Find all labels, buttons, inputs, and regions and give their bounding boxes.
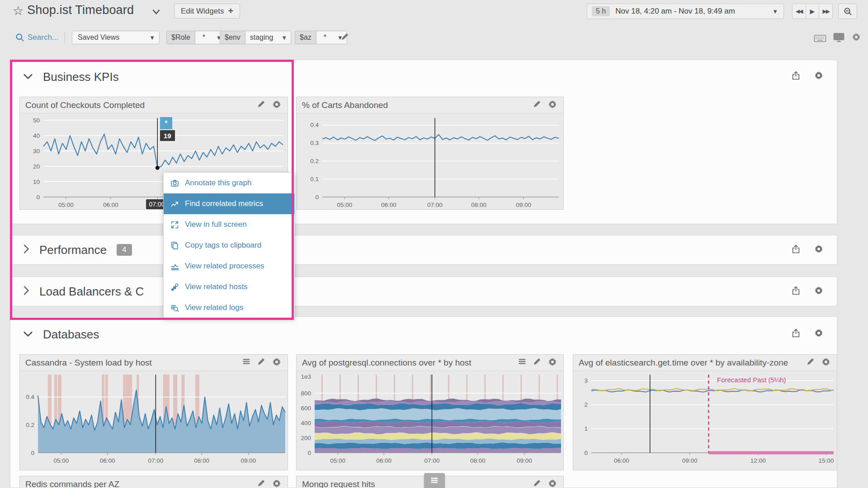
- time-play-button[interactable]: ▶: [806, 4, 820, 19]
- share-icon[interactable]: [791, 71, 801, 82]
- svg-text:07:00: 07:00: [427, 202, 443, 208]
- template-var-role[interactable]: $Role * ▼: [166, 31, 226, 44]
- tv-mode-icon[interactable]: [833, 33, 844, 44]
- gear-icon[interactable]: [272, 100, 281, 111]
- edit-template-vars-pencil-icon[interactable]: [341, 33, 349, 42]
- mongo-legend-button[interactable]: [424, 473, 445, 488]
- widget-count-badge: 4: [117, 244, 132, 256]
- time-range-selector[interactable]: 5 h Nov 18, 4:20 am - Nov 18, 9:49 am ▼: [587, 4, 784, 19]
- template-var-env-value: staging: [245, 31, 278, 44]
- edit-widgets-button[interactable]: Edit Widgets+: [174, 4, 240, 19]
- search-icon[interactable]: [15, 33, 24, 44]
- svg-text:06:00: 06:00: [376, 457, 392, 464]
- menu-item-copy-tags-to-clipboard[interactable]: Copy tags to clipboard: [164, 235, 294, 256]
- menu-item-view-related-logs[interactable]: View related logs: [164, 297, 294, 318]
- template-var-env[interactable]: $env staging ▼: [220, 31, 291, 44]
- gear-icon[interactable]: [814, 244, 823, 256]
- svg-text:08:00: 08:00: [194, 457, 209, 464]
- svg-text:0.1: 0.1: [310, 176, 319, 183]
- widget-elasticsearch: Avg of elasticsearch.get.time over * by …: [573, 354, 837, 470]
- saved-views-select[interactable]: Saved Views ▼: [72, 31, 160, 44]
- section-title: Business KPIs: [43, 70, 119, 84]
- svg-text:05:00: 05:00: [54, 457, 69, 464]
- section-performance-header[interactable]: Performance 4: [10, 235, 837, 264]
- section-actions: [791, 286, 823, 297]
- gear-icon[interactable]: [272, 479, 281, 488]
- pencil-icon[interactable]: [533, 479, 541, 488]
- svg-text:0: 0: [315, 194, 319, 201]
- collapse-chevron-down-icon[interactable]: [23, 73, 33, 81]
- gear-icon[interactable]: [814, 328, 823, 340]
- menu-item-view-in-full-screen[interactable]: View in full screen: [164, 214, 294, 235]
- gear-icon[interactable]: [548, 357, 557, 368]
- chart-cassandra[interactable]: 00.20.405:0006:0007:0008:0009:00: [20, 371, 288, 471]
- svg-text:06:00: 06:00: [614, 457, 629, 464]
- svg-text:20: 20: [33, 163, 40, 170]
- widget-postgres-header: Avg of postgresql.connections over * by …: [297, 355, 563, 371]
- gear-icon[interactable]: [272, 357, 281, 368]
- keyboard-shortcuts-icon[interactable]: [814, 34, 826, 45]
- section-title: Performance: [39, 243, 107, 257]
- svg-text:05:00: 05:00: [337, 202, 352, 208]
- section-load-balancers-header[interactable]: Load Balancers & C: [10, 277, 837, 306]
- pencil-icon[interactable]: [257, 357, 265, 368]
- search-input[interactable]: Search...: [28, 33, 58, 42]
- collapse-chevron-down-icon[interactable]: [23, 331, 33, 339]
- tooltip-series-badge: *: [160, 117, 172, 129]
- pencil-icon[interactable]: [257, 100, 265, 111]
- time-forward-button[interactable]: ▶▶: [819, 4, 832, 19]
- menu-item-find-correlated-metrics[interactable]: Find correlated metrics: [164, 193, 294, 214]
- share-icon[interactable]: [791, 286, 801, 297]
- title-chevron-down-icon[interactable]: [152, 8, 160, 16]
- settings-gear-icon[interactable]: [852, 33, 861, 43]
- svg-text:200: 200: [301, 435, 311, 441]
- chart-carts[interactable]: 00.10.20.30.405:0006:0007:0008:0009:00: [297, 113, 563, 210]
- svg-text:1e3: 1e3: [301, 373, 311, 380]
- gear-icon[interactable]: [821, 357, 830, 368]
- zoom-out-button[interactable]: [838, 4, 857, 19]
- pencil-icon[interactable]: [807, 357, 815, 368]
- widget-redis: Redis commands per AZ: [19, 476, 288, 488]
- menu-item-label: Annotate this graph: [185, 178, 251, 188]
- template-var-az[interactable]: $az * ▼: [295, 31, 347, 44]
- svg-text:0: 0: [584, 450, 588, 456]
- widget-title: % of Carts Abandoned: [302, 100, 388, 110]
- chart-elasticsearch[interactable]: 012306:0009:0012:0015:00: [573, 371, 837, 471]
- gear-icon[interactable]: [814, 286, 823, 297]
- list-icon[interactable]: [242, 357, 250, 368]
- pencil-icon[interactable]: [257, 479, 265, 488]
- collapse-chevron-right-icon[interactable]: [23, 244, 29, 256]
- pencil-icon[interactable]: [533, 357, 541, 368]
- collapse-chevron-right-icon[interactable]: [23, 286, 29, 297]
- svg-text:0: 0: [307, 450, 311, 456]
- widget-title: Avg of postgresql.connections over * by …: [302, 358, 472, 368]
- svg-text:12:00: 12:00: [750, 457, 766, 464]
- template-var-env-name: $env: [220, 31, 245, 44]
- section-databases-header[interactable]: Databases: [10, 317, 837, 342]
- svg-text:40: 40: [33, 132, 40, 139]
- menu-item-label: View related processes: [185, 262, 264, 271]
- gear-icon[interactable]: [548, 100, 557, 111]
- widget-redis-header: Redis commands per AZ: [20, 476, 288, 488]
- list-icon[interactable]: [518, 357, 526, 368]
- menu-item-view-related-processes[interactable]: View related processes: [164, 256, 294, 277]
- svg-text:0.4: 0.4: [26, 394, 34, 400]
- menu-item-view-related-hosts[interactable]: View related hosts: [164, 277, 294, 297]
- svg-text:0.4: 0.4: [310, 122, 319, 128]
- time-backward-button[interactable]: ◀◀: [793, 4, 806, 19]
- share-icon[interactable]: [791, 328, 801, 340]
- section-business-kpis-header[interactable]: Business KPIs: [10, 60, 837, 84]
- gear-icon[interactable]: [548, 479, 557, 488]
- share-icon[interactable]: [791, 244, 801, 256]
- chart-postgres[interactable]: 02004006008001e305:0006:0007:0008:0009:0…: [297, 371, 563, 471]
- svg-text:09:00: 09:00: [517, 457, 532, 464]
- svg-text:07:00: 07:00: [148, 457, 163, 464]
- svg-text:0: 0: [36, 194, 40, 201]
- pencil-icon[interactable]: [533, 100, 541, 111]
- edit-widgets-label: Edit Widgets: [181, 7, 224, 16]
- widget-title: Cassandra - System load by host: [25, 358, 152, 368]
- menu-item-annotate-this-graph[interactable]: Annotate this graph: [164, 173, 294, 193]
- gear-icon[interactable]: [814, 71, 823, 82]
- template-var-role-name: $Role: [167, 31, 195, 44]
- favorite-star-icon[interactable]: ☆: [13, 4, 24, 18]
